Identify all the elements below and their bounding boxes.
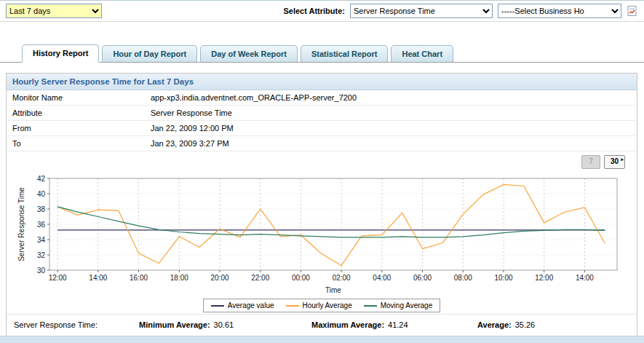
- chart-area: 12:0014:0016:0018:0020:0022:0000:0002:00…: [7, 170, 637, 296]
- svg-text:42: 42: [37, 175, 46, 183]
- svg-text:08:00: 08:00: [454, 274, 472, 282]
- moving-average-line-swatch: [364, 305, 377, 307]
- field-value: Jan 22, 2009 12:00 PM: [151, 124, 631, 133]
- field-value: app-xp3.india.adventnet.com_ORACLE-APP-s…: [151, 93, 631, 102]
- summary-average: Average:35.26: [477, 320, 535, 329]
- svg-text:18:00: 18:00: [170, 274, 188, 282]
- svg-text:Time: Time: [325, 286, 341, 294]
- range-buttons: 7 30▸: [7, 151, 637, 170]
- svg-text:32: 32: [37, 251, 46, 259]
- field-row-monitor-name: Monitor Name app-xp3.india.adventnet.com…: [7, 90, 637, 106]
- field-value: Server Response Time: [151, 109, 631, 117]
- svg-text:Server Response Time: Server Response Time: [17, 187, 25, 261]
- hourly-average-line-swatch: [286, 305, 299, 307]
- legend-item-moving-average: Moving Average: [364, 301, 433, 310]
- range-7-days-button[interactable]: 7: [581, 155, 600, 169]
- field-row-to: To Jan 23, 2009 3:27 PM: [7, 136, 637, 151]
- tab-statistical-report[interactable]: Statistical Report: [301, 45, 388, 62]
- svg-text:06:00: 06:00: [413, 274, 432, 282]
- svg-text:14:00: 14:00: [576, 274, 594, 282]
- svg-text:12:00: 12:00: [49, 274, 67, 282]
- response-time-chart: 12:0014:0016:0018:0020:0022:0000:0002:00…: [16, 173, 627, 296]
- svg-text:16:00: 16:00: [130, 274, 148, 282]
- svg-text:02:00: 02:00: [333, 274, 351, 282]
- average-value-line-swatch: [211, 305, 224, 307]
- svg-text:38: 38: [37, 205, 46, 213]
- summary-row: Server Response Time: Minimum Average:30…: [7, 314, 637, 336]
- svg-text:40: 40: [37, 190, 46, 198]
- field-label: Monitor Name: [12, 93, 151, 102]
- svg-text:30: 30: [37, 267, 46, 275]
- svg-text:20:00: 20:00: [210, 274, 228, 282]
- legend-item-hourly-average: Hourly Average: [286, 301, 352, 310]
- legend-label: Average value: [228, 301, 274, 310]
- tab-hour-of-day-report[interactable]: Hour of Day Report: [102, 45, 197, 62]
- svg-text:34: 34: [37, 236, 46, 244]
- svg-text:36: 36: [37, 221, 46, 229]
- svg-text:22:00: 22:00: [251, 274, 269, 282]
- svg-text:12:00: 12:00: [535, 274, 553, 282]
- summary-attribute-label: Server Response Time:: [14, 320, 139, 329]
- legend-item-average-value: Average value: [211, 301, 274, 310]
- report-title: Hourly Server Response Time for Last 7 D…: [7, 74, 637, 90]
- tab-heat-chart[interactable]: Heat Chart: [391, 45, 453, 62]
- svg-text:04:00: 04:00: [373, 274, 391, 282]
- tab-history-report[interactable]: History Report: [22, 44, 99, 63]
- field-value: Jan 23, 2009 3:27 PM: [151, 139, 631, 148]
- attribute-select[interactable]: Server Response Time: [350, 4, 493, 18]
- svg-text:14:00: 14:00: [89, 274, 107, 282]
- field-label: Attribute: [12, 109, 151, 117]
- range-30-arrow-icon: ▸: [621, 154, 624, 165]
- field-label: From: [12, 124, 151, 133]
- field-row-attribute: Attribute Server Response Time: [7, 106, 637, 121]
- next-section-strip: [0, 336, 644, 343]
- report-export-icon[interactable]: [627, 5, 638, 17]
- tab-day-of-week-report[interactable]: Day of Week Report: [200, 45, 298, 62]
- field-label: To: [12, 139, 151, 148]
- select-attribute-label: Select Attribute:: [283, 7, 345, 15]
- legend-label: Moving Average: [381, 301, 433, 310]
- field-row-from: From Jan 22, 2009 12:00 PM: [7, 121, 637, 136]
- report-panel: Hourly Server Response Time for Last 7 D…: [6, 73, 637, 336]
- toolbar-right-group: Select Attribute: Server Response Time -…: [283, 4, 638, 18]
- top-toolbar: Last 7 days Select Attribute: Server Res…: [0, 0, 644, 22]
- summary-minimum: Minimum Average:30.61: [139, 320, 311, 329]
- business-hours-select[interactable]: -----Select Business Ho: [498, 4, 621, 18]
- legend-label: Hourly Average: [303, 301, 352, 310]
- svg-text:00:00: 00:00: [292, 274, 310, 282]
- range-30-days-button[interactable]: 30▸: [604, 155, 625, 169]
- report-tabs: History Report Hour of Day Report Day of…: [0, 44, 644, 63]
- svg-text:10:00: 10:00: [494, 274, 512, 282]
- summary-maximum: Maximum Average:41.24: [311, 320, 477, 329]
- chart-legend: Average value Hourly Average Moving Aver…: [203, 299, 440, 312]
- time-period-select[interactable]: Last 7 days: [6, 4, 102, 18]
